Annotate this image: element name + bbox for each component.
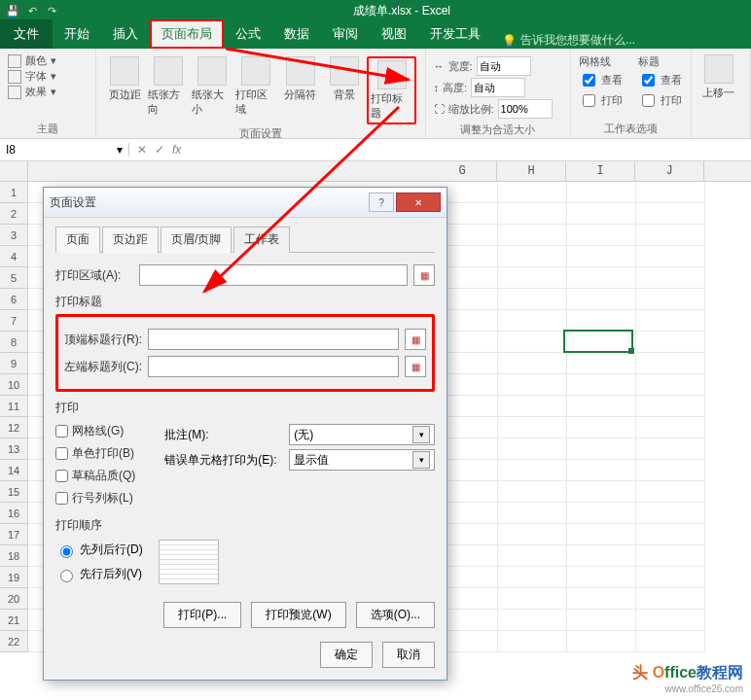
cell[interactable] (567, 481, 636, 503)
cell[interactable] (498, 182, 567, 203)
row-header[interactable]: 11 (0, 396, 28, 417)
row-header[interactable]: 4 (0, 246, 28, 267)
cell[interactable] (636, 267, 705, 289)
width-input[interactable] (477, 56, 531, 76)
row-header[interactable]: 2 (0, 203, 28, 225)
cell[interactable] (567, 610, 636, 631)
cell[interactable] (498, 310, 567, 332)
cell[interactable] (567, 588, 636, 610)
cell[interactable] (498, 631, 567, 652)
cell[interactable] (567, 353, 636, 374)
column-header[interactable]: G (428, 161, 497, 181)
orientation-button[interactable]: 纸张方向 (148, 56, 190, 117)
tell-me-search[interactable]: 💡 告诉我您想要做什么... (502, 32, 635, 49)
gridlines-view-checkbox[interactable]: 查看 (579, 71, 623, 89)
gridlines-checkbox[interactable] (55, 425, 68, 438)
print-area-input[interactable] (139, 264, 408, 286)
cell[interactable] (498, 417, 567, 438)
dialog-title-bar[interactable]: 页面设置 ? ✕ (44, 188, 447, 218)
row-header[interactable]: 17 (0, 524, 28, 545)
dialog-close-button[interactable]: ✕ (396, 192, 441, 212)
size-button[interactable]: 纸张大小 (192, 56, 233, 117)
redo-icon[interactable]: ↷ (45, 4, 58, 18)
cell[interactable] (636, 182, 705, 203)
row-header[interactable]: 18 (0, 545, 28, 567)
column-header[interactable]: J (635, 161, 704, 181)
effects-icon[interactable] (8, 86, 21, 99)
cell[interactable] (636, 310, 705, 332)
margins-button[interactable]: 页边距 (104, 56, 146, 102)
row-header[interactable]: 7 (0, 310, 28, 332)
cell[interactable] (636, 203, 705, 225)
blackwhite-checkbox[interactable] (55, 447, 68, 460)
tab-formulas[interactable]: 公式 (224, 19, 272, 49)
range-picker-icon[interactable]: ▦ (413, 264, 435, 286)
tab-home[interactable]: 开始 (53, 19, 101, 49)
background-button[interactable]: 背景 (323, 56, 365, 102)
cell[interactable] (498, 438, 567, 460)
chevron-down-icon[interactable]: ▾ (117, 143, 123, 157)
cell[interactable] (567, 417, 636, 438)
cell[interactable] (636, 374, 705, 396)
cell[interactable] (636, 481, 705, 503)
rowcol-headers-checkbox[interactable] (55, 492, 68, 505)
row-header[interactable]: 5 (0, 267, 28, 289)
cell[interactable] (636, 460, 705, 481)
undo-icon[interactable]: ↶ (25, 4, 39, 18)
range-picker-icon[interactable]: ▦ (405, 329, 426, 350)
cell[interactable] (636, 588, 705, 610)
print-titles-button[interactable]: 打印标题 (367, 56, 416, 124)
dialog-tab-page[interactable]: 页面 (55, 227, 100, 253)
print-preview-button[interactable]: 打印预览(W) (251, 602, 345, 628)
tab-view[interactable]: 视图 (370, 19, 418, 49)
row-header[interactable]: 3 (0, 225, 28, 246)
cancel-icon[interactable]: ✕ (137, 143, 147, 157)
cell[interactable] (498, 567, 567, 588)
cell[interactable] (498, 503, 567, 524)
cell[interactable] (498, 332, 567, 353)
effects-label[interactable]: 效果 (25, 85, 47, 99)
row-header[interactable]: 21 (0, 610, 28, 631)
cell[interactable] (636, 332, 705, 353)
enter-icon[interactable]: ✓ (155, 143, 164, 157)
scale-input[interactable] (498, 99, 553, 119)
save-icon[interactable]: 💾 (6, 4, 19, 18)
chevron-down-icon[interactable]: ▾ (412, 451, 430, 469)
cell[interactable] (498, 267, 567, 289)
cell[interactable] (636, 289, 705, 310)
tab-page-layout[interactable]: 页面布局 (150, 19, 224, 49)
cell[interactable] (636, 246, 705, 267)
cell[interactable] (567, 631, 636, 652)
cell[interactable] (567, 203, 636, 225)
comments-combo[interactable]: (无)▾ (289, 424, 435, 445)
cell[interactable] (567, 332, 636, 353)
dialog-tab-sheet[interactable]: 工作表 (233, 227, 290, 253)
print-button[interactable]: 打印(P)... (163, 602, 241, 628)
file-tab[interactable]: 文件 (0, 19, 53, 49)
dialog-tab-margins[interactable]: 页边距 (102, 227, 159, 253)
cell[interactable] (498, 289, 567, 310)
cell[interactable] (636, 503, 705, 524)
fonts-label[interactable]: 字体 (25, 69, 47, 84)
bring-forward-button[interactable]: 上移一 (699, 54, 738, 100)
down-then-over-radio[interactable]: 先列后行(D) (55, 542, 143, 558)
cell[interactable] (567, 545, 636, 567)
cell[interactable] (567, 524, 636, 545)
gridlines-print-checkbox[interactable]: 打印 (579, 91, 623, 110)
cell[interactable] (567, 396, 636, 417)
cell[interactable] (498, 374, 567, 396)
cancel-button[interactable]: 取消 (382, 642, 435, 668)
row-header[interactable]: 22 (0, 631, 28, 652)
cell[interactable] (636, 225, 705, 246)
row-header[interactable]: 20 (0, 588, 28, 610)
tab-data[interactable]: 数据 (272, 19, 321, 49)
breaks-button[interactable]: 分隔符 (279, 56, 321, 102)
cell[interactable] (636, 631, 705, 652)
cell[interactable] (636, 567, 705, 588)
cell[interactable] (498, 203, 567, 225)
cell[interactable] (498, 396, 567, 417)
cell[interactable] (636, 417, 705, 438)
row-header[interactable]: 12 (0, 417, 28, 438)
cell[interactable] (636, 610, 705, 631)
row-header[interactable]: 6 (0, 289, 28, 310)
